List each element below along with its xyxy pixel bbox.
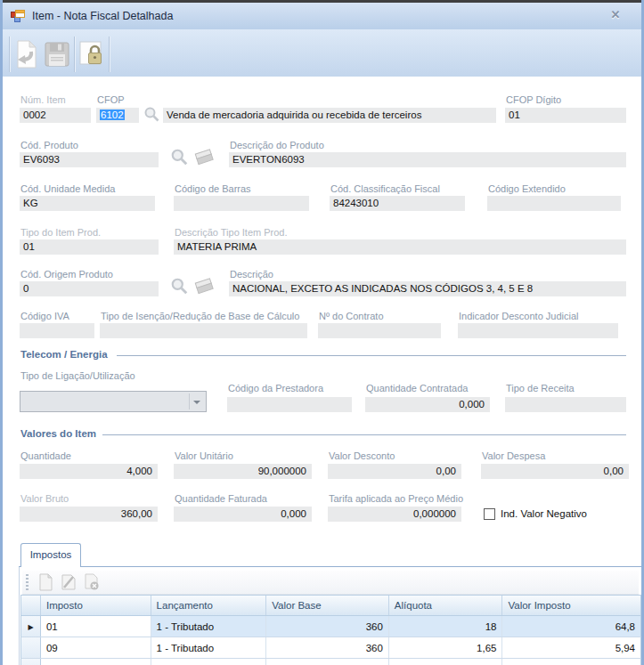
grid-header-selector [21,596,41,615]
row-selector-cell[interactable] [21,637,41,658]
cod-prestadora-label: Código da Prestadora [228,383,323,393]
edit-pencil-icon [61,573,77,591]
valor-unitario-field[interactable]: 90,000000 [174,464,312,479]
lock-button[interactable] [77,35,107,74]
cell-valor-base[interactable] [266,659,389,665]
tabstrip-line [19,566,642,567]
cfop-field[interactable]: 6102 [96,108,139,123]
lock-icon [79,41,104,68]
num-contrato-field[interactable] [318,323,441,338]
table-row[interactable]: 09 1 - Tributado 360 1,65 5,94 [20,637,641,659]
cell-aliquota[interactable]: 18 [389,616,503,637]
tipo-ligacao-label: Tipo de Ligação/Utilização [20,370,135,381]
cod-extendido-field[interactable] [487,196,621,211]
grid-header-imposto[interactable]: Imposto [41,596,151,615]
class-fiscal-label: Cód. Classificação Fiscal [330,183,440,194]
cell-valor-imposto[interactable]: 64,8 [502,616,640,637]
cell-lancamento[interactable]: 1 - Tributado [151,616,267,637]
delete-x-icon [84,573,100,591]
origem-eraser-icon[interactable] [193,277,216,296]
valor-desconto-field[interactable]: 0,00 [328,464,461,479]
codigo-iva-field[interactable] [20,323,94,338]
row-selector-cell[interactable] [21,659,41,665]
valor-bruto-field: 360,00 [20,507,158,522]
desc-tipo-item-field: MATERIA PRIMA [174,239,626,255]
cell-imposto[interactable] [41,659,151,665]
tipo-isencao-label: Tipo de Isenção/Redução de Base de Cálcu… [101,311,299,321]
grid-header-valor-imposto[interactable]: Valor Imposto [502,596,640,615]
telecom-section-rule [117,355,626,356]
cod-barras-label: Código de Barras [175,183,251,194]
cod-produto-label: Cód. Produto [20,140,78,150]
cfop-digito-field[interactable]: 01 [505,108,626,123]
qtd-faturada-field[interactable]: 0,000 [174,507,312,522]
cell-valor-imposto[interactable] [502,659,640,665]
produto-search-icon[interactable] [170,148,189,166]
cell-lancamento[interactable] [151,659,267,665]
tipo-item-label: Tipo do Item Prod. [20,227,101,238]
cod-prestadora-field[interactable] [227,397,352,412]
table-row[interactable] [20,659,641,665]
close-button[interactable]: ✕ [607,8,624,24]
tipo-isencao-field[interactable] [100,323,307,338]
valor-unitario-label: Valor Unitário [175,450,233,461]
toolbar-separator [74,36,75,72]
save-icon [45,42,69,67]
toolstrip-grip[interactable] [26,574,29,590]
cell-imposto[interactable]: 01 [41,616,151,637]
grid-header-aliquota[interactable]: Alíquota [389,596,503,615]
ind-desconto-judicial-label: Indicador Desconto Judicial [459,311,579,321]
origem-search-icon[interactable] [170,277,189,296]
num-item-label: Núm. Item [20,94,66,105]
valores-section-rule [102,434,626,435]
cell-valor-base[interactable]: 360 [266,637,389,658]
cell-imposto[interactable]: 09 [41,637,151,658]
qtd-contratada-field[interactable]: 0,000 [365,397,490,412]
undo-button[interactable] [12,35,42,74]
cfop-digito-label: CFOP Dígito [506,94,561,105]
valor-despesa-field[interactable]: 0,00 [481,464,629,479]
quantidade-field[interactable]: 4,000 [20,464,158,479]
tab-impostos[interactable]: Impostos [20,543,81,567]
cod-origem-field[interactable]: 0 [20,281,159,296]
descricao-label: Descrição [230,269,273,280]
produto-eraser-icon[interactable] [193,148,216,167]
cod-produto-field[interactable]: EV6093 [20,152,159,167]
cod-barras-field[interactable] [174,196,309,211]
descricao-field: NACIONAL, EXCETO AS INDICADAS NOS CÓDIGO… [229,281,626,296]
tarifa-field[interactable]: 0,000000 [328,507,461,522]
toolbar-separator [109,36,110,72]
cod-unidade-field[interactable]: KG [20,196,155,211]
save-button[interactable] [42,35,72,74]
ind-valor-negativo-checkbox[interactable] [484,508,495,520]
tipo-receita-field[interactable] [505,397,626,412]
tipo-ligacao-combobox[interactable] [20,391,207,412]
cell-valor-imposto[interactable]: 5,94 [502,637,640,658]
grid-header-row: Imposto Lançamento Valor Base Alíquota V… [20,595,641,616]
grid-delete-button[interactable] [80,572,103,592]
grid-header-valor-base[interactable]: Valor Base [266,596,389,615]
tarifa-label: Tarifa aplicada ao Preço Médio [329,493,463,504]
valor-desconto-label: Valor Desconto [329,450,395,461]
row-selector-cell[interactable]: ▶ [21,616,41,637]
qtd-faturada-label: Quantidade Faturada [175,493,267,504]
cfop-description-field: Venda de mercadoria adquirida ou recebid… [163,108,496,123]
cell-aliquota[interactable] [389,659,503,665]
cfop-search-icon[interactable] [143,106,160,123]
desc-tipo-item-label: Descrição Tipo Item Prod. [175,227,288,238]
cod-unidade-label: Cód. Unidade Medida [20,183,115,194]
valores-section-heading: Valores do Item [20,428,96,439]
cell-aliquota[interactable]: 1,65 [389,637,503,658]
num-item-field[interactable]: 0002 [20,108,91,123]
chevron-down-icon [193,401,200,404]
grid-header-lancamento[interactable]: Lançamento [151,596,267,615]
form-icon [11,9,25,23]
tipo-receita-label: Tipo de Receita [506,383,575,393]
ind-desconto-judicial-field[interactable] [458,323,618,338]
cell-lancamento[interactable]: 1 - Tributado [151,637,267,658]
class-fiscal-field[interactable]: 84243010 [330,196,465,211]
cell-valor-base[interactable]: 360 [266,616,389,637]
grid-edit-button[interactable] [57,572,80,592]
table-row[interactable]: ▶ 01 1 - Tributado 360 18 64,8 [20,616,641,637]
grid-new-button[interactable] [34,572,57,592]
